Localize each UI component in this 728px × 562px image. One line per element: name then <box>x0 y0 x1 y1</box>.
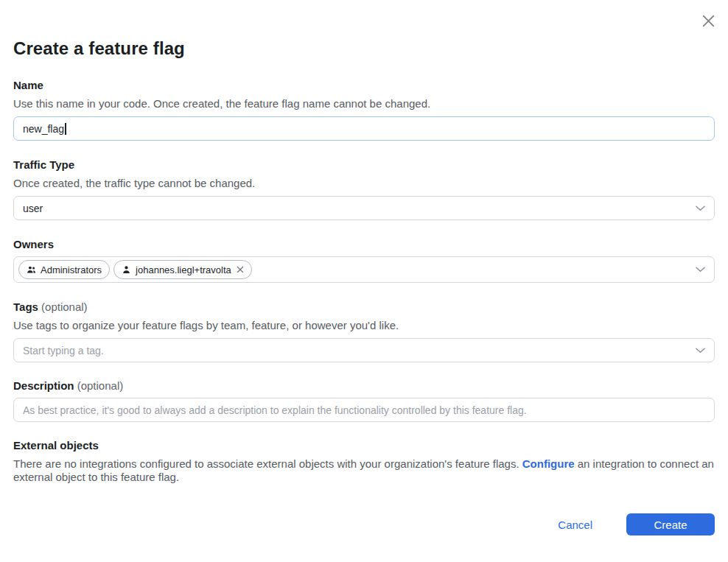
create-feature-flag-dialog: Create a feature flag Name Use this name… <box>0 38 728 535</box>
traffic-type-label: Traffic Type <box>13 158 715 171</box>
tags-optional-text: (optional) <box>41 301 88 313</box>
create-button[interactable]: Create <box>626 513 715 535</box>
owners-section: Owners Administrators <box>13 238 715 283</box>
owner-chip-label: Administrators <box>41 264 102 275</box>
close-button[interactable] <box>699 12 717 29</box>
description-label: Description (optional) <box>13 379 715 392</box>
owners-label: Owners <box>13 238 715 250</box>
external-objects-text-before: There are no integrations configured to … <box>13 457 522 470</box>
close-icon <box>701 13 716 29</box>
group-icon <box>27 265 36 275</box>
name-input[interactable]: new_flag <box>13 116 715 141</box>
external-objects-section: External objects There are no integratio… <box>13 439 715 484</box>
name-help-text: Use this name in your code. Once created… <box>13 97 715 110</box>
description-section: Description (optional) <box>13 379 715 422</box>
tags-input[interactable] <box>23 345 696 356</box>
name-input-value: new_flag <box>23 123 64 135</box>
remove-owner-icon[interactable] <box>237 266 244 273</box>
traffic-type-help-text: Once created, the traffic type cannot be… <box>13 177 715 190</box>
tags-label: Tags (optional) <box>13 301 715 313</box>
description-label-text: Description <box>13 379 74 392</box>
tags-help-text: Use tags to organize your feature flags … <box>13 319 715 332</box>
description-optional-text: (optional) <box>77 379 124 392</box>
chevron-down-icon <box>696 267 705 273</box>
tags-section: Tags (optional) Use tags to organize you… <box>13 301 715 362</box>
traffic-type-select[interactable]: user <box>13 196 715 220</box>
cancel-button[interactable]: Cancel <box>558 519 592 531</box>
external-objects-text: There are no integrations configured to … <box>13 457 715 484</box>
person-icon <box>122 265 131 275</box>
owner-chip-user[interactable]: johannes.liegl+travolta <box>113 260 252 279</box>
traffic-type-value: user <box>23 203 43 214</box>
name-label: Name <box>13 79 715 91</box>
configure-link[interactable]: Configure <box>522 457 575 470</box>
traffic-type-section: Traffic Type Once created, the traffic t… <box>13 158 715 220</box>
name-section: Name Use this name in your code. Once cr… <box>13 79 715 141</box>
owner-chip-label: johannes.liegl+travolta <box>136 264 231 275</box>
text-cursor <box>65 123 66 135</box>
chevron-down-icon <box>696 206 705 211</box>
description-input[interactable] <box>13 398 715 422</box>
owners-field[interactable]: Administrators johannes.liegl+travolta <box>13 256 715 283</box>
tags-field[interactable] <box>13 338 715 362</box>
dialog-title: Create a feature flag <box>13 38 715 59</box>
chevron-down-icon <box>696 348 705 354</box>
tags-label-text: Tags <box>13 301 38 313</box>
external-objects-label: External objects <box>13 439 715 452</box>
dialog-footer: Cancel Create <box>13 513 715 535</box>
owner-chip-administrators[interactable]: Administrators <box>18 260 110 279</box>
